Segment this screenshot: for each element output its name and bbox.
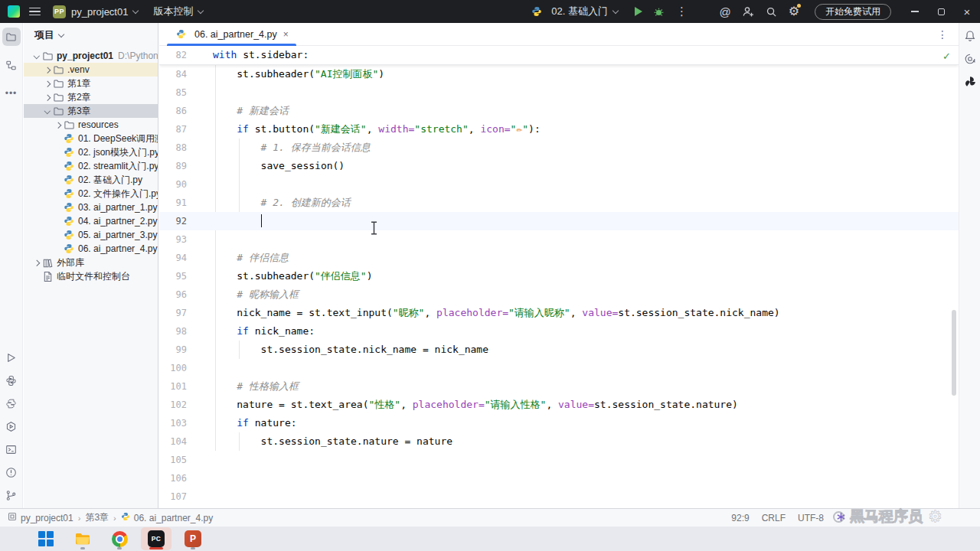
code-line[interactable]: 105 [159,451,959,469]
start-button[interactable] [31,527,61,550]
terminal-tool-icon[interactable] [2,440,21,458]
line-number[interactable]: 95 [159,267,199,285]
line-number[interactable]: 90 [159,175,199,194]
editor-tab[interactable]: 06. ai_partner_4.py × [167,23,296,45]
line-number[interactable]: 103 [159,414,199,432]
line-number[interactable]: 84 [159,65,199,83]
tree-item[interactable]: 外部库 [24,256,158,269]
structure-tool-icon[interactable] [2,56,21,74]
tree-item[interactable]: 02. streamlit入门.py [24,159,158,173]
python-console-tool-icon[interactable] [2,394,21,412]
line-number[interactable]: 94 [159,249,199,267]
code-line[interactable]: 95st.subheader("伴侣信息") [159,267,959,285]
line-number[interactable]: 96 [159,285,199,304]
tree-item[interactable]: resources [24,118,158,132]
tree-chevron-icon[interactable] [53,120,63,130]
tab-close-icon[interactable]: × [283,29,289,40]
version-control-tool-icon[interactable] [2,486,21,504]
code-line[interactable]: 92 [159,212,959,230]
code-line[interactable]: 91# 2. 创建新的会话 [159,194,959,212]
caret-position-widget[interactable]: 92:9 [731,513,749,523]
line-number[interactable]: 88 [159,139,199,157]
encoding-widget[interactable]: UTF-8 [798,513,824,523]
code-line[interactable]: 100 [159,359,959,377]
problems-tool-icon[interactable] [2,463,21,481]
tree-item[interactable]: 04. ai_partner_2.py [24,214,158,228]
code-line[interactable]: 84st.subheader("AI控制面板") [159,65,959,83]
line-number[interactable]: 99 [159,341,199,359]
line-number[interactable]: 106 [159,469,199,487]
breadcrumb-item[interactable]: 第3章 [85,511,109,524]
indent-widget-icon[interactable] [836,512,846,524]
sticky-line-header[interactable]: 82with st.sidebar: [159,46,959,65]
start-trial-button[interactable]: 开始免费试用 [815,4,891,20]
taskbar-pycharm[interactable]: PC [141,527,172,550]
main-menu-icon[interactable] [29,8,41,16]
vcs-widget[interactable]: 版本控制 [150,3,206,20]
breadcrumb-item[interactable]: py_project01 [21,513,74,523]
breadcrumb-item[interactable]: 06. ai_partner_4.py [134,513,213,523]
more-tools-icon[interactable]: ••• [2,84,21,103]
line-number[interactable]: 107 [159,487,199,506]
line-number[interactable]: 98 [159,322,199,341]
window-minimize-button[interactable] [902,0,928,23]
run-tool-icon[interactable] [2,348,21,367]
ai-assistant-icon[interactable]: @ [714,0,737,23]
taskbar-chrome[interactable] [104,527,135,550]
inspections-ok-icon[interactable]: ✓ [942,51,951,62]
code-line[interactable]: 90 [159,175,959,194]
project-tool-icon[interactable] [2,28,21,46]
tree-chevron-icon[interactable] [42,65,52,75]
code-editor[interactable]: 84st.subheader("AI控制面板")8586# 新建会话87if s… [159,65,959,506]
settings-gear-icon[interactable]: ⚙ [782,0,805,23]
run-button[interactable] [635,7,642,16]
code-line[interactable]: 99st.session_state.nick_name = nick_name [159,341,959,359]
tree-item[interactable]: 06. ai_partner_4.py [24,242,158,256]
line-separator-widget[interactable]: CRLF [762,513,786,523]
services-tool-icon[interactable] [2,417,21,435]
sticky-line[interactable]: 82with st.sidebar: [159,46,959,64]
code-line[interactable]: 104st.session_state.nature = nature [159,432,959,451]
line-number[interactable]: 104 [159,432,199,451]
code-line[interactable]: 97nick_name = st.text_input("昵称", placeh… [159,304,959,322]
tree-item[interactable]: 02. 基础入门.py [24,173,158,187]
line-number[interactable]: 87 [159,120,199,139]
project-panel-header[interactable]: 项目 [24,23,158,47]
line-number[interactable]: 92 [159,212,199,230]
code-with-me-icon[interactable] [737,0,760,23]
debug-button[interactable] [647,0,670,23]
line-number[interactable]: 85 [159,83,199,102]
taskbar-explorer[interactable] [67,527,98,550]
more-actions-icon[interactable]: ⋮ [676,5,688,18]
ai-assistant-tool-icon[interactable] [961,50,979,68]
window-close-button[interactable]: × [954,0,980,23]
code-line[interactable]: 87if st.button("新建会话", width="stretch", … [159,120,959,139]
line-number[interactable]: 93 [159,230,199,249]
tree-item[interactable]: 第1章 [24,77,158,90]
tree-item[interactable]: 02. 文件操作入门.py [24,187,158,201]
line-number[interactable]: 105 [159,451,199,469]
tree-chevron-icon[interactable] [31,258,41,268]
tree-item[interactable]: 第2章 [24,90,158,104]
code-line[interactable]: 93 [159,230,959,249]
line-number[interactable]: 102 [159,396,199,414]
tree-item[interactable]: py_project01D:\Python-Project\py_project… [24,49,158,63]
tree-item[interactable]: 05. ai_partner_3.py [24,228,158,242]
code-line[interactable]: 102nature = st.text_area("性格", placehold… [159,396,959,414]
tree-item[interactable]: 02. json模块入门.py [24,145,158,159]
code-line[interactable]: 98if nick_name: [159,322,959,341]
code-line[interactable]: 96# 昵称输入框 [159,285,959,304]
tree-chevron-icon[interactable] [31,51,41,61]
tree-chevron-icon[interactable] [42,106,52,116]
line-number[interactable]: 91 [159,194,199,212]
line-number[interactable]: 100 [159,359,199,377]
tree-item[interactable]: 01. DeepSeek调用测试.py [24,132,158,145]
code-line[interactable]: 101# 性格输入框 [159,377,959,396]
line-number[interactable]: 82 [159,46,199,64]
code-line[interactable]: 107 [159,487,959,506]
line-number[interactable]: 97 [159,304,199,322]
code-line[interactable]: 89save_session() [159,157,959,175]
tab-list-icon[interactable]: ⋮ [937,28,948,41]
code-line[interactable]: 88# 1. 保存当前会话信息 [159,139,959,157]
line-number[interactable]: 86 [159,102,199,120]
